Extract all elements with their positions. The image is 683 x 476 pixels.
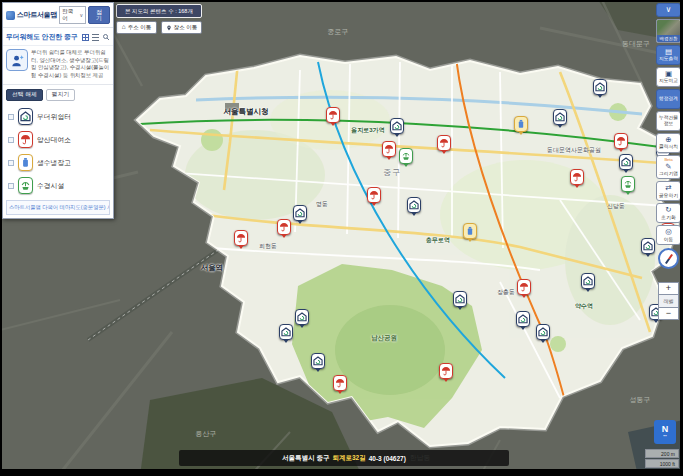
content-count-bar: 본 지도의 콘텐츠 수 : 168개 — [116, 4, 202, 18]
map-label: 남산공원 — [371, 334, 397, 343]
legend-item-water[interactable]: 생수냉장고 — [3, 151, 113, 174]
marker-parasol[interactable] — [333, 375, 347, 391]
map-label: 용산구 — [196, 429, 217, 439]
map-label: 명동 — [316, 200, 328, 209]
marker-parasol[interactable] — [439, 363, 453, 379]
reset-button[interactable]: ↻초기화 — [656, 203, 681, 223]
theme-title-row: 무더워해도 안전한 중구 — [3, 28, 113, 46]
marker-parasol[interactable] — [517, 279, 531, 295]
marker-water[interactable] — [514, 116, 528, 132]
expand-button[interactable]: 펼치기 — [46, 89, 75, 101]
panel-header: 스마트서울맵 한국어 ∨ 접기 — [3, 3, 113, 28]
map-label: 약수역 — [575, 302, 593, 311]
marker-parasol[interactable] — [570, 169, 584, 185]
toolbar-label: 공유하기 — [659, 193, 678, 199]
address-move-button[interactable]: ⌂ 주소 이동 — [116, 21, 157, 34]
marker-shelter[interactable] — [619, 154, 633, 170]
parasol-icon — [18, 131, 33, 148]
language-select[interactable]: 한국어 ∨ — [59, 6, 86, 24]
marker-parasol[interactable] — [277, 219, 291, 235]
legend-label: 무더위쉼터 — [37, 112, 71, 122]
shelter-icon — [18, 108, 33, 125]
toolbar-label: 누적건물 정보 — [659, 115, 678, 126]
marker-parasol[interactable] — [437, 135, 451, 151]
theme-description-card: 무더위 쉼터를 대체로 무더위쉼터, 양산대여소, 생수냉장고(드링킹 안심냉장… — [3, 46, 113, 85]
draw-map-button[interactable]: Beta✎그리기맵 — [656, 155, 681, 179]
legend-item-shelter[interactable]: 무더위쉼터 — [3, 105, 113, 128]
checkbox[interactable] — [8, 160, 14, 166]
zoom-out-button[interactable]: − — [658, 307, 679, 320]
marker-parasol[interactable] — [367, 187, 381, 203]
fountain-icon — [18, 177, 33, 194]
badge-caption: ▪▪▪ — [663, 434, 667, 439]
background-switch-button[interactable]: 배경전환 — [656, 19, 681, 43]
marker-shelter[interactable] — [311, 353, 325, 369]
scale-imperial: 1000 ft — [645, 459, 679, 468]
theme-description: 무더위 쉼터를 대체로 무더위쉼터, 양산대여소, 생수냉장고(드링킹 안심냉장… — [31, 49, 110, 79]
marker-parasol[interactable] — [614, 133, 628, 149]
water-icon — [18, 154, 33, 171]
marker-fountain[interactable] — [399, 148, 413, 164]
theme-title: 무더워해도 안전한 중구 — [6, 32, 78, 42]
checkbox[interactable] — [8, 183, 14, 189]
marker-shelter[interactable] — [516, 311, 530, 327]
toolbar-label: 클릭서치 — [659, 144, 678, 150]
place-move-button[interactable]: 장소 이동 — [161, 21, 202, 34]
multilang-service-link[interactable]: 스마트서울맵 다국어 테마지도(중문영문) 서비... — [6, 200, 110, 215]
legend-item-parasol[interactable]: 양산대여소 — [3, 128, 113, 151]
marker-water[interactable] — [463, 223, 477, 239]
marker-shelter[interactable] — [279, 324, 293, 340]
collapse-toolbar-button[interactable]: ∨ — [656, 3, 681, 17]
map-label: 을지로3가역 — [351, 126, 384, 135]
marker-shelter[interactable] — [641, 238, 655, 254]
share-button[interactable]: ⇄공유하기 — [656, 181, 681, 201]
marker-fountain[interactable] — [621, 176, 635, 192]
marker-parasol[interactable] — [234, 230, 248, 246]
toolbar-label: 그리기맵 — [659, 171, 678, 177]
search-icon[interactable] — [102, 33, 110, 41]
move-location-button[interactable]: ◎이동 — [656, 225, 681, 245]
app-logo-text: 스마트서울맵 — [17, 10, 57, 20]
building-info-button[interactable]: 누적건물 정보 — [656, 111, 681, 131]
grid-view-icon[interactable] — [82, 34, 89, 41]
marker-shelter[interactable] — [593, 79, 607, 95]
map-label: 중구 — [383, 167, 401, 178]
legend-item-fountain[interactable]: 수경시설 — [3, 174, 113, 197]
click-search-button[interactable]: ⊕클릭서치 — [656, 133, 681, 153]
chevron-down-icon: ∨ — [79, 12, 83, 18]
marker-parasol[interactable] — [326, 107, 340, 123]
map-toolbar: ∨배경전환▤지도출력▣지도비교행정경계누적건물 정보⊕클릭서치Beta✎그리기맵… — [656, 3, 681, 269]
checkbox[interactable] — [8, 137, 14, 143]
theme-panel: 스마트서울맵 한국어 ∨ 접기 무더워해도 안전한 중구 무더위 쉼터를 대체로… — [2, 2, 114, 219]
deselect-all-button[interactable]: 선택 해제 — [6, 89, 43, 101]
zoom-in-button[interactable]: + — [658, 282, 679, 295]
map-scale: 200 m 1000 ft — [645, 449, 679, 468]
language-select-value: 한국어 — [62, 8, 78, 22]
compass[interactable] — [658, 248, 679, 269]
target-icon: ⊕ — [665, 136, 671, 144]
admin-boundary-button[interactable]: 행정경계 — [656, 89, 681, 109]
map-print-button[interactable]: ▤지도출력 — [656, 45, 681, 65]
checkbox[interactable] — [8, 114, 14, 120]
marker-shelter[interactable] — [581, 273, 595, 289]
list-view-icon[interactable] — [92, 34, 99, 41]
marker-shelter[interactable] — [407, 197, 421, 213]
marker-shelter[interactable] — [453, 291, 467, 307]
marker-shelter[interactable] — [390, 118, 404, 134]
address-suffix: 40-3 (04627) — [369, 455, 406, 462]
marker-shelter[interactable] — [536, 324, 550, 340]
collapse-panel-button[interactable]: 접기 — [88, 6, 110, 24]
pin-icon — [166, 25, 172, 31]
marker-parasol[interactable] — [382, 141, 396, 157]
marker-shelter[interactable] — [553, 109, 567, 125]
map-label: 동대문역사문화공원 — [547, 146, 601, 155]
theme-thumbnail-icon — [6, 49, 28, 71]
marker-shelter[interactable] — [295, 309, 309, 325]
compare-icon: ▣ — [665, 70, 672, 78]
map-compare-button[interactable]: ▣지도비교 — [656, 67, 681, 87]
toolbar-label: 이동 — [664, 237, 674, 243]
legend-list: 무더위쉼터양산대여소생수냉장고수경시설 — [3, 105, 113, 197]
toolbar-label: 배경전환 — [657, 35, 680, 42]
zoom-control: + 레벨 − — [658, 282, 679, 320]
marker-shelter[interactable] — [293, 205, 307, 221]
